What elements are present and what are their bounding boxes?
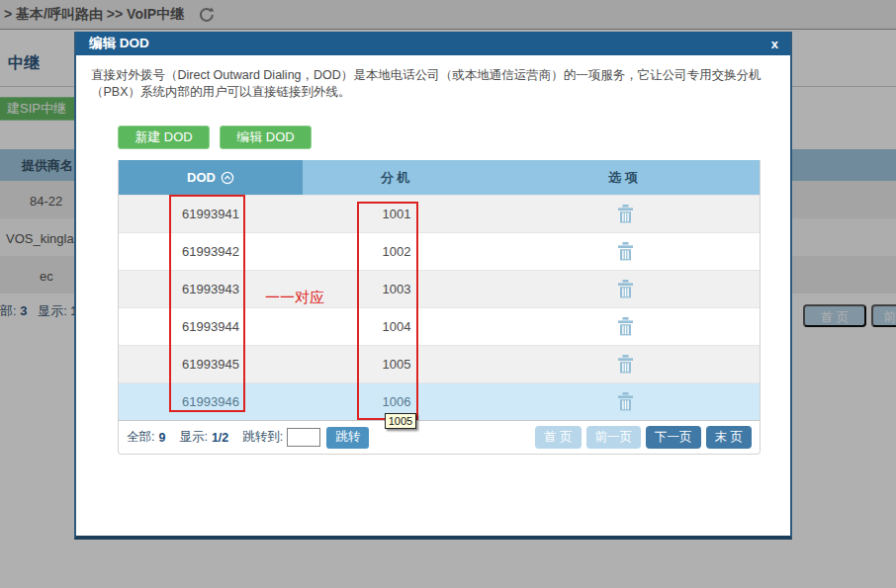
- edit-dod-button[interactable]: 编辑 DOD: [220, 126, 312, 149]
- annotation-mapping-label: 一一对应: [265, 289, 324, 307]
- delete-icon[interactable]: [617, 205, 634, 223]
- delete-icon[interactable]: [617, 317, 634, 336]
- dod-table-header-row: DOD 分机 选项: [119, 160, 760, 195]
- total-value: 9: [158, 431, 165, 445]
- dod-table-footer: 全部: 9 显示: 1/2 跳转到: 跳转 首 页 前一页 下一页 末 页: [119, 420, 760, 454]
- goto-label: 跳转到:: [242, 429, 283, 446]
- create-dod-button[interactable]: 新建 DOD: [118, 126, 210, 149]
- modal-title-bar: 编辑 DOD x: [76, 32, 790, 55]
- pagination: 首 页 前一页 下一页 末 页: [535, 426, 752, 449]
- delete-icon[interactable]: [617, 355, 634, 374]
- total-label: 全部:: [127, 429, 154, 446]
- delete-icon[interactable]: [617, 242, 634, 261]
- dod-description: 直接对外拨号（Direct Outward Dialing，DOD）是本地电话公…: [91, 67, 779, 101]
- last-page-button[interactable]: 末 页: [706, 426, 752, 449]
- annotation-box-extension-column: [357, 202, 418, 420]
- jump-page-input[interactable]: [287, 428, 320, 447]
- display-label: 显示:: [179, 429, 207, 446]
- column-header-options[interactable]: 选项: [491, 160, 760, 195]
- column-header-dod[interactable]: DOD: [119, 160, 303, 195]
- next-page-button[interactable]: 下一页: [646, 426, 701, 449]
- jump-button[interactable]: 跳转: [326, 427, 369, 449]
- delete-icon[interactable]: [617, 280, 634, 298]
- screen: > 基本/呼叫路由 >> VoIP中继 中继 建SIP中继 提供商名 名 84-…: [0, 0, 896, 588]
- column-header-extension[interactable]: 分机: [303, 160, 491, 195]
- display-value: 1/2: [212, 431, 228, 445]
- delete-icon[interactable]: [617, 392, 634, 411]
- tooltip: 1005: [385, 413, 416, 429]
- first-page-button: 首 页: [535, 426, 581, 449]
- close-icon[interactable]: x: [771, 37, 778, 51]
- modal-title: 编辑 DOD: [89, 35, 149, 52]
- sort-ascending-icon[interactable]: [221, 171, 234, 185]
- prev-page-button: 前一页: [586, 426, 642, 449]
- annotation-box-dod-column: [169, 195, 245, 412]
